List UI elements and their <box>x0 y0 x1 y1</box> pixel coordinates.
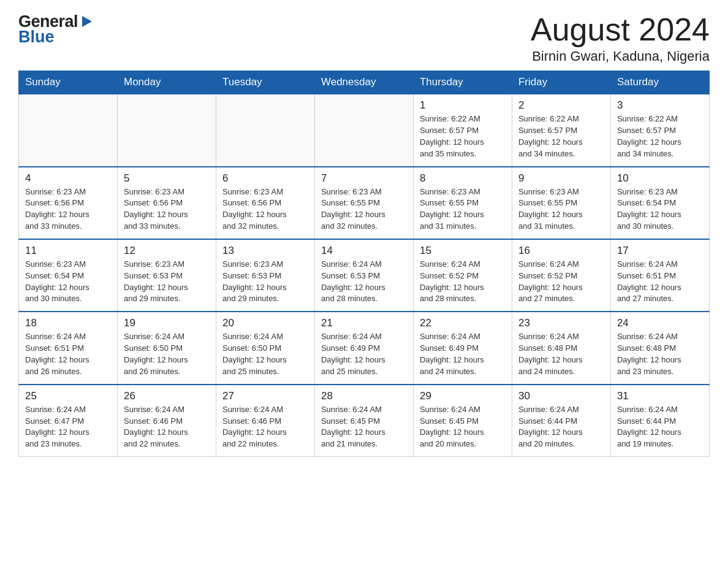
calendar-cell: 13Sunrise: 6:23 AM Sunset: 6:53 PM Dayli… <box>216 239 314 312</box>
day-number: 15 <box>420 245 506 257</box>
logo-arrow-icon <box>80 15 93 31</box>
calendar-cell: 4Sunrise: 6:23 AM Sunset: 6:56 PM Daylig… <box>19 167 118 239</box>
calendar-cell: 22Sunrise: 6:24 AM Sunset: 6:49 PM Dayli… <box>413 312 512 384</box>
weekday-header-tuesday: Tuesday <box>216 71 314 94</box>
day-number: 26 <box>124 390 210 402</box>
calendar-cell: 5Sunrise: 6:23 AM Sunset: 6:56 PM Daylig… <box>117 167 216 239</box>
calendar-cell: 31Sunrise: 6:24 AM Sunset: 6:44 PM Dayli… <box>610 385 709 457</box>
day-number: 20 <box>222 317 308 329</box>
day-info: Sunrise: 6:22 AM Sunset: 6:57 PM Dayligh… <box>420 113 506 159</box>
calendar-cell: 2Sunrise: 6:22 AM Sunset: 6:57 PM Daylig… <box>512 94 610 166</box>
day-info: Sunrise: 6:24 AM Sunset: 6:46 PM Dayligh… <box>222 404 308 450</box>
calendar-cell <box>216 94 314 166</box>
day-number: 24 <box>617 317 703 329</box>
day-number: 31 <box>617 390 703 402</box>
day-info: Sunrise: 6:23 AM Sunset: 6:56 PM Dayligh… <box>222 186 308 232</box>
day-info: Sunrise: 6:24 AM Sunset: 6:53 PM Dayligh… <box>321 259 407 305</box>
title-area: August 2024 Birnin Gwari, Kaduna, Nigeri… <box>531 12 710 64</box>
weekday-header-thursday: Thursday <box>413 71 512 94</box>
day-info: Sunrise: 6:23 AM Sunset: 6:55 PM Dayligh… <box>420 186 506 232</box>
day-info: Sunrise: 6:24 AM Sunset: 6:47 PM Dayligh… <box>25 404 111 450</box>
calendar-cell: 16Sunrise: 6:24 AM Sunset: 6:52 PM Dayli… <box>512 239 610 312</box>
calendar-body: 1Sunrise: 6:22 AM Sunset: 6:57 PM Daylig… <box>19 94 710 456</box>
day-info: Sunrise: 6:24 AM Sunset: 6:44 PM Dayligh… <box>518 404 604 450</box>
calendar-cell: 29Sunrise: 6:24 AM Sunset: 6:45 PM Dayli… <box>413 385 512 457</box>
weekday-header-friday: Friday <box>512 71 610 94</box>
location-title: Birnin Gwari, Kaduna, Nigeria <box>531 48 710 64</box>
day-info: Sunrise: 6:24 AM Sunset: 6:45 PM Dayligh… <box>420 404 506 450</box>
calendar-header: SundayMondayTuesdayWednesdayThursdayFrid… <box>19 71 710 94</box>
calendar-cell: 18Sunrise: 6:24 AM Sunset: 6:51 PM Dayli… <box>19 312 118 384</box>
day-number: 8 <box>420 172 506 185</box>
calendar-week-row: 25Sunrise: 6:24 AM Sunset: 6:47 PM Dayli… <box>19 385 710 457</box>
day-number: 25 <box>25 390 111 402</box>
day-number: 23 <box>518 317 604 329</box>
month-title: August 2024 <box>531 12 710 47</box>
day-info: Sunrise: 6:23 AM Sunset: 6:54 PM Dayligh… <box>25 259 111 305</box>
day-info: Sunrise: 6:24 AM Sunset: 6:48 PM Dayligh… <box>617 331 703 377</box>
day-number: 14 <box>321 245 407 257</box>
day-number: 3 <box>617 99 703 112</box>
calendar-cell: 14Sunrise: 6:24 AM Sunset: 6:53 PM Dayli… <box>314 239 413 312</box>
calendar-cell: 28Sunrise: 6:24 AM Sunset: 6:45 PM Dayli… <box>314 385 413 457</box>
calendar-cell: 8Sunrise: 6:23 AM Sunset: 6:55 PM Daylig… <box>413 167 512 239</box>
day-info: Sunrise: 6:24 AM Sunset: 6:50 PM Dayligh… <box>222 331 308 377</box>
day-info: Sunrise: 6:23 AM Sunset: 6:55 PM Dayligh… <box>321 186 407 232</box>
day-info: Sunrise: 6:24 AM Sunset: 6:52 PM Dayligh… <box>420 259 506 305</box>
day-info: Sunrise: 6:23 AM Sunset: 6:53 PM Dayligh… <box>124 259 210 305</box>
calendar-cell: 11Sunrise: 6:23 AM Sunset: 6:54 PM Dayli… <box>19 239 118 312</box>
day-info: Sunrise: 6:23 AM Sunset: 6:55 PM Dayligh… <box>518 186 604 232</box>
page-header: General Blue August 2024 Birnin Gwari, K… <box>18 12 710 64</box>
calendar-cell: 27Sunrise: 6:24 AM Sunset: 6:46 PM Dayli… <box>216 385 314 457</box>
calendar-table: SundayMondayTuesdayWednesdayThursdayFrid… <box>18 71 710 457</box>
svg-marker-0 <box>82 16 92 27</box>
day-number: 17 <box>617 245 703 257</box>
day-number: 11 <box>25 245 111 257</box>
calendar-cell <box>19 94 118 166</box>
day-info: Sunrise: 6:22 AM Sunset: 6:57 PM Dayligh… <box>518 113 604 159</box>
calendar-cell: 17Sunrise: 6:24 AM Sunset: 6:51 PM Dayli… <box>610 239 709 312</box>
day-info: Sunrise: 6:23 AM Sunset: 6:53 PM Dayligh… <box>222 259 308 305</box>
calendar-cell: 7Sunrise: 6:23 AM Sunset: 6:55 PM Daylig… <box>314 167 413 239</box>
calendar-cell: 3Sunrise: 6:22 AM Sunset: 6:57 PM Daylig… <box>610 94 709 166</box>
calendar-cell <box>314 94 413 166</box>
day-number: 10 <box>617 172 703 185</box>
day-number: 6 <box>222 172 308 185</box>
day-info: Sunrise: 6:23 AM Sunset: 6:56 PM Dayligh… <box>25 186 111 232</box>
calendar-cell <box>117 94 216 166</box>
weekday-header-row: SundayMondayTuesdayWednesdayThursdayFrid… <box>19 71 710 94</box>
calendar-cell: 9Sunrise: 6:23 AM Sunset: 6:55 PM Daylig… <box>512 167 610 239</box>
calendar-cell: 20Sunrise: 6:24 AM Sunset: 6:50 PM Dayli… <box>216 312 314 384</box>
calendar-cell: 19Sunrise: 6:24 AM Sunset: 6:50 PM Dayli… <box>117 312 216 384</box>
calendar-cell: 21Sunrise: 6:24 AM Sunset: 6:49 PM Dayli… <box>314 312 413 384</box>
weekday-header-wednesday: Wednesday <box>314 71 413 94</box>
calendar-cell: 1Sunrise: 6:22 AM Sunset: 6:57 PM Daylig… <box>413 94 512 166</box>
day-number: 19 <box>124 317 210 329</box>
calendar-cell: 26Sunrise: 6:24 AM Sunset: 6:46 PM Dayli… <box>117 385 216 457</box>
logo-blue-text: Blue <box>18 28 55 47</box>
day-info: Sunrise: 6:24 AM Sunset: 6:51 PM Dayligh… <box>25 331 111 377</box>
calendar-cell: 15Sunrise: 6:24 AM Sunset: 6:52 PM Dayli… <box>413 239 512 312</box>
day-info: Sunrise: 6:24 AM Sunset: 6:46 PM Dayligh… <box>124 404 210 450</box>
logo: General Blue <box>18 12 93 47</box>
day-number: 16 <box>518 245 604 257</box>
day-number: 5 <box>124 172 210 185</box>
weekday-header-saturday: Saturday <box>610 71 709 94</box>
day-info: Sunrise: 6:24 AM Sunset: 6:44 PM Dayligh… <box>617 404 703 450</box>
day-number: 2 <box>518 99 604 112</box>
weekday-header-monday: Monday <box>117 71 216 94</box>
day-info: Sunrise: 6:24 AM Sunset: 6:49 PM Dayligh… <box>321 331 407 377</box>
day-number: 30 <box>518 390 604 402</box>
calendar-cell: 6Sunrise: 6:23 AM Sunset: 6:56 PM Daylig… <box>216 167 314 239</box>
calendar-cell: 30Sunrise: 6:24 AM Sunset: 6:44 PM Dayli… <box>512 385 610 457</box>
day-number: 13 <box>222 245 308 257</box>
day-info: Sunrise: 6:24 AM Sunset: 6:50 PM Dayligh… <box>124 331 210 377</box>
calendar-cell: 10Sunrise: 6:23 AM Sunset: 6:54 PM Dayli… <box>610 167 709 239</box>
day-info: Sunrise: 6:23 AM Sunset: 6:54 PM Dayligh… <box>617 186 703 232</box>
day-info: Sunrise: 6:24 AM Sunset: 6:52 PM Dayligh… <box>518 259 604 305</box>
calendar-cell: 23Sunrise: 6:24 AM Sunset: 6:48 PM Dayli… <box>512 312 610 384</box>
day-number: 12 <box>124 245 210 257</box>
calendar-cell: 12Sunrise: 6:23 AM Sunset: 6:53 PM Dayli… <box>117 239 216 312</box>
day-number: 22 <box>420 317 506 329</box>
day-number: 28 <box>321 390 407 402</box>
